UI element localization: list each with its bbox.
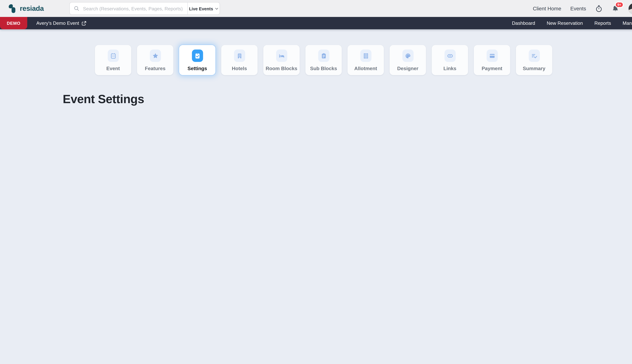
chevron-down-icon bbox=[215, 7, 218, 10]
search-scope-label: Live Events bbox=[189, 6, 213, 11]
tab-label: Event bbox=[106, 66, 120, 72]
notification-badge: 9+ bbox=[615, 2, 624, 8]
dashboard-link[interactable]: Dashboard bbox=[512, 20, 535, 26]
palette-icon bbox=[402, 50, 413, 62]
bed-icon bbox=[276, 50, 287, 62]
link-icon bbox=[444, 50, 456, 62]
tab-label: Sub Blocks bbox=[310, 66, 337, 72]
search-icon bbox=[74, 6, 79, 11]
calendar-icon bbox=[108, 50, 119, 62]
tab-event[interactable]: Event bbox=[95, 45, 131, 75]
tab-features[interactable]: Features bbox=[137, 45, 173, 75]
tab-label: Links bbox=[444, 66, 456, 72]
tab-label: Features bbox=[145, 66, 166, 72]
event-navbar-links: Dashboard New Reservation Reports Manage bbox=[512, 20, 632, 26]
top-navbar: resiada Live Events Client Home Events bbox=[0, 0, 632, 17]
search-scope-dropdown[interactable]: Live Events bbox=[188, 2, 220, 14]
event-navbar: DEMO Avery's Demo Event Dashboard New Re… bbox=[0, 17, 632, 29]
stopwatch-icon bbox=[595, 5, 603, 12]
user-avatar[interactable] bbox=[628, 3, 632, 14]
reports-link[interactable]: Reports bbox=[594, 20, 611, 26]
tab-label: Allotment bbox=[354, 66, 377, 72]
app-root: resiada Live Events Client Home Events bbox=[0, 0, 632, 112]
external-link-icon bbox=[82, 21, 86, 26]
list-check-icon bbox=[528, 50, 540, 62]
search-box[interactable] bbox=[70, 2, 188, 14]
tab-label: Designer bbox=[397, 66, 418, 72]
tab-summary[interactable]: Summary bbox=[516, 45, 552, 75]
tab-allotment[interactable]: Allotment bbox=[348, 45, 384, 75]
resiada-logo-icon bbox=[8, 4, 17, 14]
event-name-label: Avery's Demo Event bbox=[36, 20, 79, 26]
tab-room-blocks[interactable]: Room Blocks bbox=[263, 45, 300, 75]
tab-label: Summary bbox=[523, 66, 546, 72]
page-title: Event Settings bbox=[63, 92, 632, 106]
manage-link[interactable]: Manage bbox=[623, 20, 632, 26]
tab-hotels[interactable]: Hotels bbox=[221, 45, 258, 75]
top-navbar-right: Client Home Events 9+ bbox=[533, 3, 632, 14]
tab-links[interactable]: Links bbox=[432, 45, 468, 75]
event-name-link[interactable]: Avery's Demo Event bbox=[36, 20, 86, 26]
client-home-link[interactable]: Client Home bbox=[533, 6, 561, 12]
tab-payment[interactable]: Payment bbox=[474, 45, 510, 75]
brand-logo[interactable]: resiada bbox=[8, 4, 44, 14]
demo-badge: DEMO bbox=[0, 17, 27, 29]
star-icon bbox=[150, 50, 161, 62]
events-link[interactable]: Events bbox=[570, 6, 586, 12]
clipboard-list-icon bbox=[318, 50, 329, 62]
building-icon bbox=[234, 50, 245, 62]
event-tabs: Event Features Settings Hotels Room Bloc bbox=[0, 45, 632, 75]
tab-settings[interactable]: Settings bbox=[179, 45, 216, 75]
tab-label: Settings bbox=[188, 66, 207, 72]
notifications-button[interactable]: 9+ bbox=[612, 5, 619, 12]
tab-sub-blocks[interactable]: Sub Blocks bbox=[306, 45, 342, 75]
clipboard-check-icon bbox=[192, 50, 203, 62]
tab-designer[interactable]: Designer bbox=[390, 45, 426, 75]
search-input[interactable] bbox=[82, 6, 183, 12]
tab-label: Room Blocks bbox=[266, 66, 297, 72]
new-reservation-link[interactable]: New Reservation bbox=[547, 20, 583, 26]
brand-name: resiada bbox=[20, 4, 44, 12]
grid-table-icon bbox=[360, 50, 371, 62]
global-search: Live Events bbox=[70, 2, 220, 15]
recent-activity-button[interactable] bbox=[595, 5, 603, 12]
tab-label: Hotels bbox=[232, 66, 247, 72]
tab-label: Payment bbox=[482, 66, 502, 72]
credit-card-icon bbox=[486, 50, 498, 62]
